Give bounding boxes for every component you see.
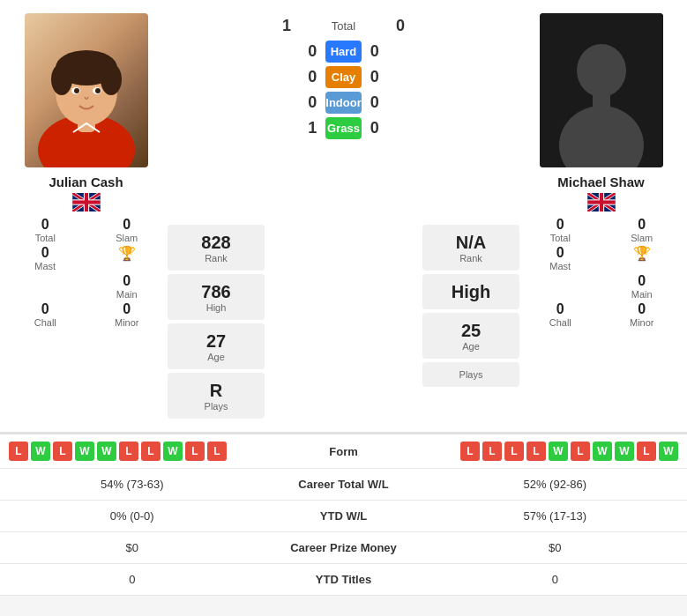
left-surface-score-0: 0 — [299, 42, 325, 61]
left-surface-score-3: 1 — [299, 119, 325, 137]
form-badge: L — [9, 442, 28, 461]
player-right-total-cell: 0 Total — [524, 217, 597, 243]
player-right-silhouette — [540, 13, 663, 167]
player-right-main-label: Main — [631, 289, 653, 300]
trophy-left-icon: 🏆 — [118, 245, 136, 262]
total-row: 1 Total 0 — [273, 17, 414, 35]
player-right-minor-label: Minor — [630, 317, 654, 328]
player-left-total-val: 0 — [41, 217, 49, 233]
center-match-section: 1 Total 0 0 Hard 0 0 Clay 0 0 Indoor 0 1… — [269, 13, 418, 419]
form-badge: W — [549, 442, 568, 461]
left-age-box: 27 Age — [168, 323, 265, 369]
bottom-stats-rows: 54% (73-63) Career Total W/L 52% (92-86)… — [0, 469, 687, 596]
form-badge: L — [482, 442, 502, 461]
player-left-slam-val: 0 — [123, 217, 131, 233]
svg-point-9 — [95, 88, 101, 93]
main-container: Julian Cash 0 Total 0 — [0, 0, 687, 596]
right-surface-score-3: 0 — [362, 119, 388, 137]
form-badge: L — [207, 442, 227, 461]
form-badge: L — [141, 442, 161, 461]
left-plays-val: R — [171, 380, 261, 401]
player-left-minor-label: Minor — [115, 317, 139, 328]
left-form-badges: LWLWWLLWLL — [9, 442, 287, 461]
stats-right-val-0: 52% (92-86) — [432, 478, 679, 491]
trophy-right-icon: 🏆 — [633, 245, 651, 262]
player-right: Michael Shaw 0 Total 0 — [524, 13, 678, 419]
right-age-box: 25 Age — [422, 313, 519, 359]
left-rank-box: 828 Rank — [168, 225, 265, 271]
form-badge: W — [97, 442, 116, 461]
player-left-name: Julian Cash — [49, 174, 123, 189]
player-right-minor-cell: 0 Minor — [606, 301, 679, 328]
player-left-main-cell: 0 Main — [91, 273, 164, 300]
form-badge: L — [637, 442, 656, 461]
stats-left-val-0: 54% (73-63) — [9, 478, 256, 491]
form-badge: W — [31, 442, 50, 461]
right-high-val: High — [426, 281, 516, 302]
right-plays-label: Plays — [426, 369, 516, 380]
bottom-section: LWLWWLLWLL Form LLLLWLWWLW 54% (73-63) C… — [0, 433, 687, 596]
form-badge: W — [593, 442, 612, 461]
player-right-name: Michael Shaw — [557, 174, 644, 189]
right-rank-label: Rank — [426, 253, 516, 263]
form-badge: L — [526, 442, 546, 461]
svg-point-20 — [577, 44, 626, 97]
player-left-total-cell: 0 Total — [9, 217, 82, 243]
surface-btn-hard: Hard — [325, 41, 361, 63]
player-left-slam-cell: 0 Slam — [91, 217, 164, 243]
svg-point-5 — [101, 63, 122, 95]
player-left-main-label: Main — [116, 289, 138, 300]
stats-left-val-1: 0% (0-0) — [9, 509, 256, 523]
left-plays-label: Plays — [171, 401, 261, 412]
top-section: Julian Cash 0 Total 0 — [0, 0, 687, 433]
stats-label-2: Career Prize Money — [256, 541, 432, 554]
form-badge: L — [185, 442, 205, 461]
stats-label-3: YTD Titles — [256, 573, 432, 586]
form-badge: L — [571, 442, 590, 461]
form-badge: L — [504, 442, 524, 461]
right-plays-box: Plays — [422, 362, 519, 387]
player-right-mast-cell: 0 Mast — [524, 245, 597, 271]
left-age-val: 27 — [171, 330, 261, 352]
left-high-box: 786 High — [168, 274, 265, 320]
surface-rows: 0 Hard 0 0 Clay 0 0 Indoor 0 1 Grass 0 — [299, 41, 387, 143]
form-badge: L — [119, 442, 138, 461]
player-right-main-val: 0 — [638, 273, 646, 289]
surface-row-clay: 0 Clay 0 — [299, 66, 387, 88]
player-right-minor-val: 0 — [638, 301, 646, 317]
right-total-score: 0 — [387, 17, 414, 35]
player-left-chall-cell: 0 Chall — [9, 301, 82, 328]
surface-row-hard: 0 Hard 0 — [299, 41, 387, 63]
player-left-photo — [25, 13, 148, 167]
surface-btn-clay: Clay — [325, 66, 361, 88]
player-right-photo — [540, 13, 663, 167]
right-surface-score-1: 0 — [362, 68, 388, 86]
player-left-slam-label: Slam — [116, 233, 138, 243]
player-right-total-label: Total — [550, 233, 571, 243]
player-right-slam-val: 0 — [638, 217, 646, 233]
player-left-chall-val: 0 — [41, 301, 49, 317]
left-surface-score-2: 0 — [299, 93, 325, 112]
player-right-total-val: 0 — [556, 217, 564, 233]
right-rank-val: N/A — [426, 232, 516, 253]
surface-row-indoor: 0 Indoor 0 — [299, 92, 387, 114]
player-right-chall-val: 0 — [556, 301, 564, 317]
left-surface-score-1: 0 — [299, 68, 325, 86]
player-right-flag — [587, 193, 616, 212]
stats-row-2: $0 Career Prize Money $0 — [0, 532, 687, 564]
svg-point-8 — [74, 88, 79, 93]
player-left-stats: 0 Total 0 Slam 0 Mast 🏆 0 Main — [9, 217, 163, 328]
player-left-flag — [72, 193, 101, 212]
player-left-photo-svg — [25, 13, 148, 167]
right-surface-score-2: 0 — [362, 93, 388, 112]
stats-label-0: Career Total W/L — [256, 478, 432, 491]
player-right-slam-label: Slam — [631, 233, 653, 243]
stats-row-3: 0 YTD Titles 0 — [0, 564, 687, 596]
svg-rect-22 — [593, 93, 610, 110]
right-high-box: High — [422, 274, 519, 309]
left-middle-stats: 828 Rank 786 High 27 Age R Plays — [163, 13, 269, 419]
player-right-chall-cell: 0 Chall — [524, 301, 597, 328]
player-right-main-cell: 0 Main — [606, 273, 679, 300]
form-row: LWLWWLLWLL Form LLLLWLWWLW — [0, 434, 687, 469]
right-age-val: 25 — [426, 320, 516, 341]
